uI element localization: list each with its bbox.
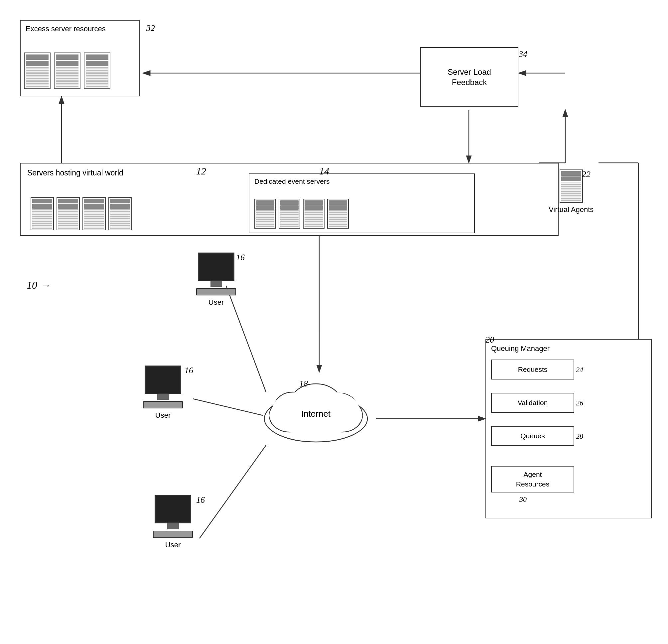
ref-10-number: 10: [27, 279, 37, 292]
dedicated-event-label: Dedicated event servers: [254, 177, 330, 185]
diagram-container: Excess server resources 32 Server LoadFe…: [0, 0, 668, 644]
agent-resources-box: AgentResources: [491, 466, 574, 492]
ref-34: 34: [519, 49, 527, 59]
ref-32: 32: [146, 23, 155, 33]
user2-keyboard: [143, 401, 183, 408]
server-icon-1: [24, 52, 50, 89]
ref-24: 24: [576, 365, 583, 374]
user3-monitor: [155, 495, 191, 523]
server-load-label: Server LoadFeedback: [447, 67, 491, 88]
virtual-agent-server: [560, 170, 583, 203]
requests-label: Requests: [518, 365, 548, 374]
agent-resources-label: AgentResources: [516, 470, 549, 489]
ref-26: 26: [576, 399, 583, 407]
dedicated-event-box: Dedicated event servers: [249, 173, 475, 233]
internet-label: Internet: [259, 409, 373, 419]
ref-16-3: 16: [196, 495, 205, 505]
ref-12: 12: [196, 166, 206, 177]
queues-box: Queues: [491, 426, 574, 446]
hosting-server-1: [31, 197, 54, 230]
ref-28: 28: [576, 432, 583, 441]
user2-monitor-base: [157, 394, 169, 400]
servers-hosting-box: Servers hosting virtual world: [20, 163, 559, 236]
user3-computer: User: [153, 495, 193, 549]
validation-label: Validation: [518, 399, 548, 407]
event-server-2: [279, 199, 300, 229]
queuing-manager-box: Queuing Manager Requests 24 Validation 2…: [485, 339, 652, 518]
user2-monitor: [145, 365, 181, 394]
hosting-server-4: [108, 197, 132, 230]
ref-16-2: 16: [184, 365, 193, 376]
hosting-server-2: [57, 197, 80, 230]
user2-computer: User: [143, 365, 183, 420]
ref-14: 14: [319, 166, 329, 177]
user1-monitor-base: [211, 281, 222, 287]
ref-16-1: 16: [236, 253, 245, 263]
queues-label: Queues: [520, 432, 545, 440]
ref-20: 20: [485, 335, 494, 345]
diagram-lines: [0, 0, 668, 644]
excess-servers-box: Excess server resources: [20, 20, 140, 96]
queuing-manager-label: Queuing Manager: [491, 344, 550, 353]
hosting-server-3: [82, 197, 106, 230]
internet-cloud: Internet: [259, 372, 373, 445]
ref-22: 22: [582, 170, 591, 179]
ref-18: 18: [299, 379, 308, 389]
svg-line-11: [193, 399, 263, 415]
user1-keyboard: [196, 288, 236, 295]
user1-monitor: [198, 253, 234, 281]
server-load-box: Server LoadFeedback: [420, 47, 518, 107]
excess-servers-label: Excess server resources: [26, 25, 106, 33]
server-icon-2: [54, 52, 80, 89]
servers-hosting-label: Servers hosting virtual world: [27, 169, 123, 177]
user3-monitor-base: [167, 523, 179, 529]
user3-keyboard: [153, 531, 193, 538]
ref-30: 30: [519, 495, 527, 504]
user3-label: User: [165, 541, 181, 549]
user1-computer: User: [196, 253, 236, 307]
server-icon-3: [84, 52, 110, 89]
validation-box: Validation: [491, 393, 574, 413]
svg-line-12: [199, 445, 266, 538]
ref-10-arrow: →: [41, 280, 50, 291]
event-server-3: [303, 199, 324, 229]
virtual-agents-label: Virtual Agents: [549, 205, 593, 214]
ref-10: 10 →: [27, 279, 50, 292]
event-server-1: [254, 199, 276, 229]
user2-label: User: [155, 411, 170, 420]
event-server-4: [327, 199, 349, 229]
user1-label: User: [209, 298, 224, 307]
requests-box: Requests: [491, 360, 574, 379]
